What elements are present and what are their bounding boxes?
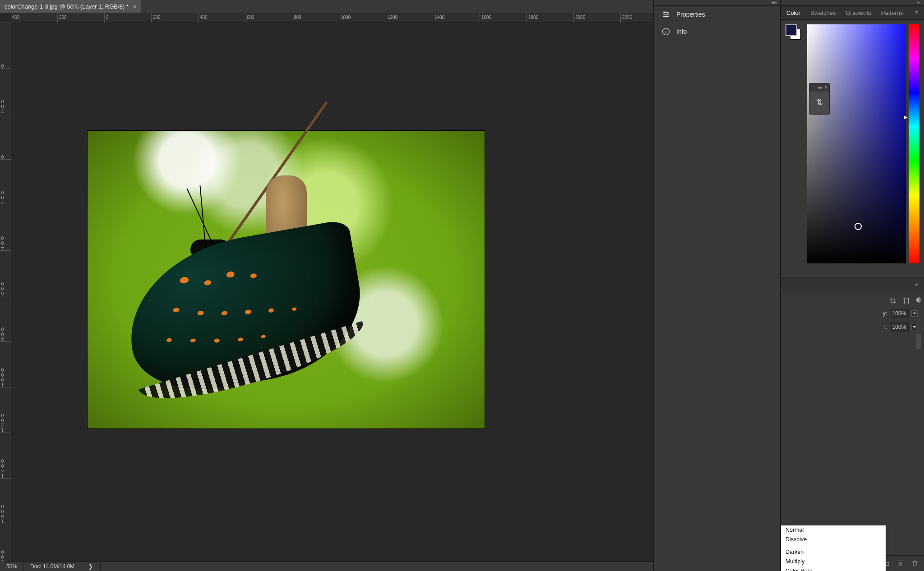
ruler-tick: 0	[105, 13, 152, 23]
wing-spot	[237, 337, 243, 341]
ruler-tick: 1400	[433, 13, 480, 23]
tab-patterns[interactable]: Patterns	[881, 9, 903, 16]
wing-spot	[245, 309, 251, 315]
opacity-dropdown-icon[interactable]	[911, 310, 918, 317]
floating-mini-panel[interactable]: ▸▸ ✕ ⇅	[809, 83, 830, 115]
canvas-area: 4002000200400600800100012001400160018002…	[0, 13, 653, 562]
tab-color[interactable]: Color	[786, 9, 800, 16]
close-icon[interactable]: ×	[133, 3, 137, 10]
collapse-chevron-icon[interactable]: ◀◀	[654, 0, 780, 6]
ruler-tick: 1800	[527, 13, 574, 23]
wing-spot	[261, 335, 266, 339]
fill-value[interactable]: 100%	[890, 322, 909, 332]
opacity-slider-icon[interactable]	[916, 297, 922, 303]
ruler-tick: 200	[58, 13, 105, 23]
tab-gradients[interactable]: Gradients	[845, 9, 871, 16]
panel-menu-icon[interactable]: ≡	[915, 9, 921, 14]
ruler-tick: 200	[0, 68, 11, 114]
opacity-label: y:	[883, 310, 887, 317]
ruler-tick: 2000	[574, 13, 621, 23]
image-artwork[interactable]	[88, 131, 485, 428]
canvas-stage[interactable]	[11, 23, 653, 562]
mini-close-icon[interactable]: ✕	[824, 85, 828, 90]
hue-slider[interactable]	[909, 24, 919, 263]
ruler-tick: 1000	[0, 341, 11, 387]
mini-collapse-icon[interactable]: ▸▸	[818, 85, 822, 90]
ruler-tick: 1000	[339, 13, 386, 23]
ruler-tick: 800	[292, 13, 339, 23]
status-bar: 50% Doc: 14.0M/14.0M ❯	[0, 562, 653, 571]
collapsed-item-label: Info	[676, 28, 687, 35]
ruler-tick: 400	[11, 13, 58, 23]
ruler-tick: 400	[199, 13, 245, 23]
wing-spot	[292, 307, 297, 311]
panel-menu-icon[interactable]: ≡	[915, 281, 921, 286]
ruler-tick: 200	[0, 159, 11, 205]
ruler-vertical: 0200020040060080010001200140016001800200…	[0, 23, 11, 562]
saturation-value-picker[interactable]	[807, 24, 906, 263]
butterfly-wing	[116, 219, 373, 401]
document-tab[interactable]: colorChange-1-3.jpg @ 50% (Layer 1, RGB/…	[0, 0, 141, 13]
ruler-tick: 200	[152, 13, 199, 23]
ruler-tick: 1600	[0, 478, 11, 524]
status-expand-icon[interactable]: ❯	[81, 562, 101, 571]
wing-spot	[166, 338, 172, 342]
wing-spot	[190, 338, 196, 342]
blend-mode-item[interactable]: Darken	[781, 548, 886, 557]
sliders-icon	[662, 10, 670, 18]
svg-rect-6	[904, 299, 908, 303]
panel-collapse-icon[interactable]: ▸▸	[781, 0, 924, 6]
crop-icon[interactable]	[889, 297, 896, 304]
color-panel-tabs: Color Swatches Gradients Patterns ≡	[781, 6, 924, 20]
wing-spot	[221, 310, 228, 316]
fill-label: l:	[884, 324, 887, 330]
ruler-tick: 1200	[0, 387, 11, 433]
layers-panel: ≡ y: 100% l: 100%	[781, 277, 924, 571]
document-tabbar: colorChange-1-3.jpg @ 50% (Layer 1, RGB/…	[0, 0, 653, 13]
ruler-horizontal: 4002000200400600800100012001400160018002…	[11, 13, 653, 23]
color-panel: ▶ ▸▸ ✕ ⇅	[781, 20, 924, 277]
ruler-tick: 600	[0, 250, 11, 296]
mini-panel-icon[interactable]: ⇅	[809, 92, 829, 113]
zoom-level[interactable]: 50%	[0, 562, 24, 571]
ruler-tick: 1200	[386, 13, 433, 23]
wing-spot	[226, 271, 235, 278]
trash-icon[interactable]	[911, 560, 919, 567]
sv-cursor[interactable]	[855, 223, 862, 230]
blend-mode-item[interactable]: Dissolve	[781, 535, 886, 544]
info-icon	[662, 28, 670, 36]
collapsed-item-label: Properties	[676, 11, 705, 18]
opacity-value[interactable]: 100%	[890, 309, 909, 318]
artboard-icon[interactable]	[903, 297, 910, 304]
wing-spot	[214, 338, 220, 343]
blend-mode-item[interactable]: Multiply	[781, 557, 886, 566]
ruler-tick: 0	[0, 23, 11, 68]
blend-mode-popup[interactable]: NormalDissolveDarkenMultiplyColor BurnLi…	[781, 525, 886, 571]
collapsed-item-properties[interactable]: Properties	[654, 6, 780, 23]
wing-spot	[250, 273, 257, 278]
ruler-tick: 1600	[480, 13, 527, 23]
wing-spot	[203, 280, 212, 286]
fg-bg-swatch[interactable]	[785, 24, 801, 40]
hue-pointer-icon: ▶	[904, 115, 908, 120]
wing-spot	[179, 276, 189, 284]
wing-spot	[268, 308, 274, 313]
blend-mode-item[interactable]: Color Burn	[781, 566, 886, 571]
ruler-tick: 0	[0, 114, 11, 159]
new-layer-icon[interactable]	[897, 560, 904, 567]
ruler-tick: 600	[245, 13, 292, 23]
ruler-tick: 800	[0, 296, 11, 341]
document-title: colorChange-1-3.jpg @ 50% (Layer 1, RGB/…	[5, 3, 129, 10]
wing-spot	[173, 307, 180, 313]
ruler-tick: 400	[0, 205, 11, 250]
tab-swatches[interactable]: Swatches	[810, 9, 836, 16]
panel-stack: ▸▸ Color Swatches Gradients Patterns ≡ ▶…	[781, 0, 924, 571]
separator	[781, 546, 886, 546]
fill-dropdown-icon[interactable]	[911, 324, 918, 330]
svg-point-5	[665, 29, 666, 30]
collapsed-item-info[interactable]: Info	[654, 23, 780, 40]
foreground-color-swatch[interactable]	[785, 24, 797, 36]
doc-size[interactable]: Doc: 14.0M/14.0M	[24, 562, 81, 571]
blend-mode-item[interactable]: Normal	[781, 525, 886, 535]
background-layer-row[interactable]	[916, 334, 921, 349]
